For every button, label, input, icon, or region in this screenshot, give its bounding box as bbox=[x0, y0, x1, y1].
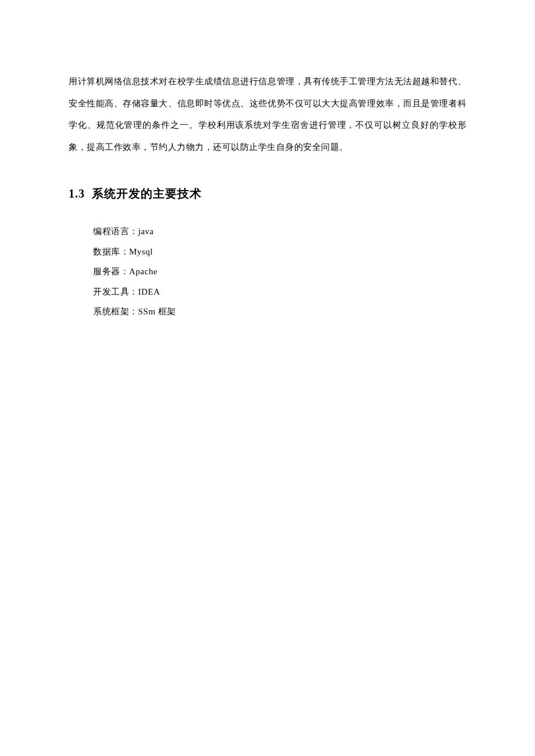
tech-item: 开发工具：IDEA bbox=[93, 282, 466, 302]
tech-label: 系统框架： bbox=[93, 307, 138, 316]
tech-value: SSm 框架 bbox=[138, 307, 176, 316]
tech-value: java bbox=[138, 227, 154, 236]
page-content: 用计算机网络信息技术对在校学生成绩信息进行信息管理，具有传统手工管理方法无法超越… bbox=[0, 0, 535, 322]
tech-label: 编程语言： bbox=[93, 227, 138, 236]
tech-label: 开发工具： bbox=[93, 287, 138, 296]
tech-item: 编程语言：java bbox=[93, 221, 466, 242]
tech-value: Apache bbox=[129, 267, 158, 276]
section-title: 系统开发的主要技术 bbox=[92, 187, 202, 200]
tech-value: IDEA bbox=[138, 287, 160, 296]
tech-list: 编程语言：java 数据库：Mysql 服务器：Apache 开发工具：IDEA… bbox=[69, 221, 466, 322]
tech-item: 服务器：Apache bbox=[93, 261, 466, 282]
intro-paragraph: 用计算机网络信息技术对在校学生成绩信息进行信息管理，具有传统手工管理方法无法超越… bbox=[69, 71, 466, 158]
tech-item: 数据库：Mysql bbox=[93, 242, 466, 262]
section-number: 1.3 bbox=[69, 187, 85, 200]
section-heading: 1.3系统开发的主要技术 bbox=[69, 186, 466, 202]
tech-label: 数据库： bbox=[93, 247, 129, 256]
tech-value: Mysql bbox=[129, 247, 153, 256]
tech-item: 系统框架：SSm 框架 bbox=[93, 302, 466, 322]
tech-label: 服务器： bbox=[93, 267, 129, 276]
